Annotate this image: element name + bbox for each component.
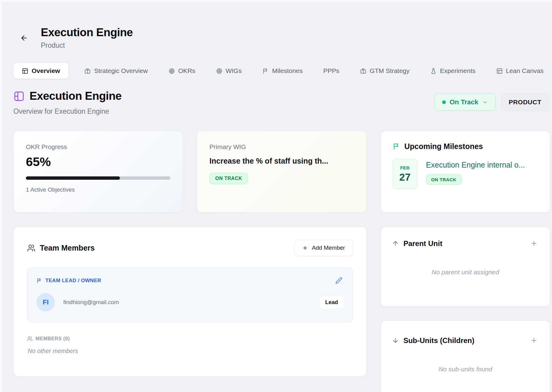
tab-label: Experiments — [440, 67, 476, 75]
add-parent-button[interactable] — [529, 238, 539, 248]
primary-wig-label: Primary WIG — [209, 143, 354, 151]
team-members-title: Team Members — [40, 244, 95, 252]
okr-progress-percent: 65% — [26, 155, 170, 169]
status-label: On Track — [450, 98, 478, 106]
arrow-up-icon — [392, 240, 399, 247]
page-title: Execution Engine — [30, 90, 121, 102]
flag-icon — [393, 143, 400, 150]
page-head-left: Execution Engine Overview for Execution … — [13, 90, 121, 116]
tab-bar: Overview Strategic Overview OKRs WIGs Mi… — [13, 63, 550, 79]
flag-icon — [37, 278, 42, 283]
status-dot — [442, 100, 446, 104]
tab-milestones[interactable]: Milestones — [257, 64, 307, 78]
flag-icon — [262, 68, 269, 74]
milestone-item[interactable]: FEB 27 Execution Engine internal o... ON… — [393, 159, 538, 189]
page-head-right: On Track PRODUCT — [435, 93, 549, 111]
unit-type-badge: PRODUCT — [501, 93, 549, 111]
team-lead-label: TEAM LEAD / OWNER — [45, 278, 101, 284]
tab-overview[interactable]: Overview — [13, 63, 68, 79]
sub-units-empty-text: No sub-units found — [392, 366, 539, 373]
tab-strategic-overview[interactable]: Strategic Overview — [79, 64, 152, 78]
header-titles: Execution Engine Product — [41, 26, 133, 50]
okr-progress-card: OKR Progress 65% 1 Active Objectives — [13, 131, 183, 213]
flask-icon — [430, 68, 437, 74]
cards-grid: OKR Progress 65% 1 Active Objectives Pri… — [13, 131, 550, 392]
primary-wig-card: Primary WIG Increase the % of staff usin… — [197, 131, 366, 213]
arrow-down-icon — [392, 337, 399, 344]
members-empty-text: No other members — [28, 348, 353, 355]
plus-icon — [530, 240, 538, 247]
tab-wigs[interactable]: WIGs — [211, 64, 247, 78]
briefcase-icon — [84, 68, 91, 74]
status-badge: ON TRACK — [426, 174, 462, 185]
tab-lean-canvas[interactable]: Lean Canvas — [491, 64, 549, 78]
tab-label: GTM Strategy — [370, 67, 410, 75]
target-icon — [169, 68, 175, 74]
members-count-label: MEMBERS (0) — [36, 336, 70, 342]
okr-progress-label: OKR Progress — [26, 143, 170, 151]
progress-bar-fill — [26, 176, 120, 180]
layout-panel-icon — [13, 91, 25, 102]
back-button[interactable] — [18, 32, 30, 44]
unit-type-subtitle: Product — [41, 41, 133, 50]
plus-icon — [530, 337, 538, 344]
briefcase-icon — [360, 68, 366, 74]
milestone-date: FEB 27 — [393, 159, 417, 189]
okr-active-objectives: 1 Active Objectives — [26, 186, 170, 193]
milestone-title: Execution Engine internal o... — [426, 161, 525, 169]
chevron-down-icon — [482, 99, 488, 105]
arrow-left-icon — [20, 34, 28, 42]
milestone-day: 27 — [399, 172, 411, 183]
milestone-info: Execution Engine internal o... ON TRACK — [426, 159, 525, 189]
users-icon — [27, 336, 33, 342]
status-dropdown[interactable]: On Track — [435, 94, 496, 111]
tab-okrs[interactable]: OKRs — [164, 64, 200, 78]
page-header: Execution Engine Product — [18, 26, 550, 50]
add-sub-unit-button[interactable] — [529, 335, 539, 345]
upcoming-milestones-title: Upcoming Milestones — [404, 142, 483, 151]
layout-panel-icon — [22, 68, 28, 74]
page-subtitle: Overview for Execution Engine — [13, 107, 121, 116]
page-head: Execution Engine Overview for Execution … — [13, 90, 550, 116]
tab-label: PPPs — [323, 67, 340, 75]
layout-panel-icon — [496, 68, 503, 74]
tab-label: Strategic Overview — [94, 67, 148, 75]
parent-unit-title: Parent Unit — [404, 239, 529, 248]
sub-units-card: Sub-Units (Children) No sub-units found — [381, 321, 550, 392]
add-member-button[interactable]: Add Member — [294, 240, 353, 256]
primary-wig-title: Increase the % of staff using th... — [209, 157, 354, 165]
tab-ppps[interactable]: PPPs — [319, 64, 344, 78]
role-badge: Lead — [320, 297, 344, 308]
tab-label: Lean Canvas — [506, 67, 544, 75]
milestone-month: FEB — [400, 165, 410, 170]
users-icon — [27, 244, 35, 252]
pencil-icon — [335, 277, 342, 284]
tab-label: Overview — [32, 67, 60, 75]
tab-label: OKRs — [178, 67, 195, 75]
plus-icon — [302, 245, 308, 251]
sub-units-title: Sub-Units (Children) — [404, 336, 529, 345]
progress-bar — [26, 176, 170, 180]
avatar: FI — [37, 293, 55, 311]
team-lead-section: TEAM LEAD / OWNER FI findhiong@gmail.com… — [27, 268, 353, 322]
upcoming-milestones-card: Upcoming Milestones FEB 27 Execution Eng… — [381, 131, 550, 213]
tab-label: WIGs — [226, 67, 242, 75]
team-lead-row: FI findhiong@gmail.com Lead — [37, 293, 344, 311]
unit-overview-page: Execution Engine Product Overview Strate… — [0, 0, 552, 392]
parent-unit-card: Parent Unit No parent unit assigned — [381, 227, 550, 307]
tab-experiments[interactable]: Experiments — [425, 64, 480, 78]
status-badge: ON TRACK — [209, 173, 248, 184]
unit-name-title: Execution Engine — [41, 26, 133, 39]
edit-lead-button[interactable] — [334, 276, 344, 285]
team-members-card: Team Members Add Member TEAM LEAD / OWNE — [13, 227, 367, 376]
tab-gtm-strategy[interactable]: GTM Strategy — [355, 64, 414, 78]
target-icon — [216, 68, 222, 74]
parent-unit-empty-text: No parent unit assigned — [392, 269, 539, 276]
lead-email: findhiong@gmail.com — [63, 299, 320, 306]
add-member-label: Add Member — [312, 245, 345, 251]
tab-label: Milestones — [272, 67, 302, 75]
